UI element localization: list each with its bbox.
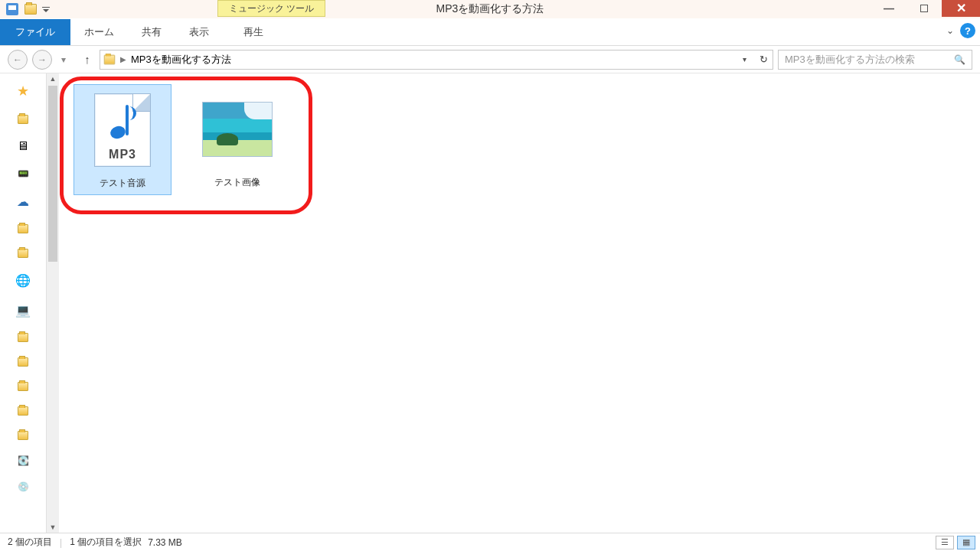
favorites-icon[interactable]: ★ <box>17 83 29 99</box>
sidebar-network-icon[interactable]: 🌐 <box>15 273 31 288</box>
sidebar-folder-icon-6[interactable] <box>18 382 28 391</box>
sidebar-folder-icon[interactable] <box>18 115 28 124</box>
sidebar-folder-icon-3[interactable] <box>18 249 28 258</box>
address-folder-icon <box>104 54 115 64</box>
window-controls: — ✕ <box>871 0 980 17</box>
history-dropdown-icon[interactable]: ▾ <box>57 50 70 70</box>
view-details-button[interactable]: ☰ <box>936 536 954 549</box>
maximize-button[interactable] <box>906 0 942 17</box>
address-bar[interactable]: ▶ MP3を動画化する方法 ▾ ↻ <box>100 50 773 70</box>
sidebar-pc-icon[interactable]: 🖥 <box>17 139 29 153</box>
status-bar: 2 個の項目 | 1 個の項目を選択 7.33 MB ☰ ▦ <box>0 533 980 551</box>
minimize-button[interactable]: — <box>871 0 906 17</box>
file-item-image[interactable]: テスト画像 <box>188 84 286 195</box>
tab-share[interactable]: 共有 <box>128 19 175 45</box>
mp3-badge-text: MP3 <box>95 148 150 161</box>
up-button[interactable]: ↑ <box>80 52 95 67</box>
file-thumbnail <box>202 87 273 171</box>
sidebar-computer-icon[interactable]: 💻 <box>15 303 31 318</box>
back-button[interactable]: ← <box>8 50 28 70</box>
context-tab-label: ミュージック ツール <box>217 0 325 17</box>
qat-dropdown-icon[interactable] <box>40 0 52 18</box>
tab-view[interactable]: 表示 <box>175 19 223 45</box>
scroll-down-icon[interactable]: ▼ <box>47 523 59 531</box>
address-dropdown-icon[interactable]: ▾ <box>743 55 746 64</box>
image-file-icon <box>202 102 273 157</box>
refresh-button[interactable]: ↻ <box>760 54 768 65</box>
search-input[interactable] <box>785 54 965 65</box>
close-button[interactable]: ✕ <box>942 0 980 17</box>
file-thumbnail: MP3 <box>87 88 158 172</box>
sidebar-folder-icon-8[interactable] <box>18 431 28 440</box>
help-icon[interactable]: ? <box>960 23 975 38</box>
sidebar-folder-icon-7[interactable] <box>18 406 28 416</box>
file-item-mp3[interactable]: MP3 テスト音源 <box>74 84 172 195</box>
mp3-file-icon: MP3 <box>94 93 151 167</box>
breadcrumb-separator-icon: ▶ <box>120 55 126 64</box>
breadcrumb-segment[interactable]: MP3を動画化する方法 <box>131 53 231 67</box>
view-icons-button[interactable]: ▦ <box>957 536 975 549</box>
sidebar-folder-icon-4[interactable] <box>18 333 28 342</box>
search-icon[interactable]: 🔍 <box>954 54 965 65</box>
qat-folder-icon[interactable] <box>21 0 40 18</box>
scroll-up-icon[interactable]: ▲ <box>47 75 59 83</box>
tab-play[interactable]: 再生 <box>230 19 277 45</box>
scrollbar-thumb[interactable] <box>48 86 57 262</box>
tab-file[interactable]: ファイル <box>0 19 70 45</box>
sidebar-folder-icon-2[interactable] <box>18 224 28 233</box>
ribbon-collapse-icon[interactable]: ⌄ <box>946 25 954 36</box>
sidebar-drive-icon[interactable]: 💽 <box>18 455 29 466</box>
title-bar: ミュージック ツール MP3を動画化する方法 — ✕ <box>0 0 980 18</box>
forward-button[interactable]: → <box>32 50 52 70</box>
file-label: テスト画像 <box>214 176 260 189</box>
file-label: テスト音源 <box>100 177 145 190</box>
sidebar-folder-icon-5[interactable] <box>18 357 28 367</box>
status-selection: 1 個の項目を選択 <box>70 536 142 549</box>
sidebar-scrollbar[interactable]: ▲ ▼ <box>46 73 59 533</box>
window-title: MP3を動画化する方法 <box>436 2 544 16</box>
ribbon: ファイル ホーム 共有 表示 再生 ⌄ ? <box>0 18 980 46</box>
search-box[interactable]: 🔍 <box>778 50 972 70</box>
quick-access-toolbar <box>0 0 52 18</box>
sidebar-disc-icon[interactable]: 💿 <box>18 481 29 492</box>
main-area: ★ 🖥 📟 ☁ 🌐 💻 💽 💿 ▲ ▼ <box>0 73 980 533</box>
tab-home[interactable]: ホーム <box>70 19 128 45</box>
status-item-count: 2 個の項目 <box>8 536 52 549</box>
navigation-pane: ★ 🖥 📟 ☁ 🌐 💻 💽 💿 ▲ ▼ <box>0 73 60 533</box>
sidebar-onedrive-icon[interactable]: ☁ <box>17 194 29 209</box>
qat-save-icon[interactable] <box>3 0 21 18</box>
status-size: 7.33 MB <box>148 537 182 548</box>
status-separator: | <box>60 537 62 548</box>
navigation-bar: ← → ▾ ↑ ▶ MP3を動画化する方法 ▾ ↻ 🔍 <box>0 46 980 73</box>
content-pane[interactable]: MP3 テスト音源 テスト画像 <box>60 73 980 533</box>
sidebar-device-icon[interactable]: 📟 <box>18 168 29 179</box>
